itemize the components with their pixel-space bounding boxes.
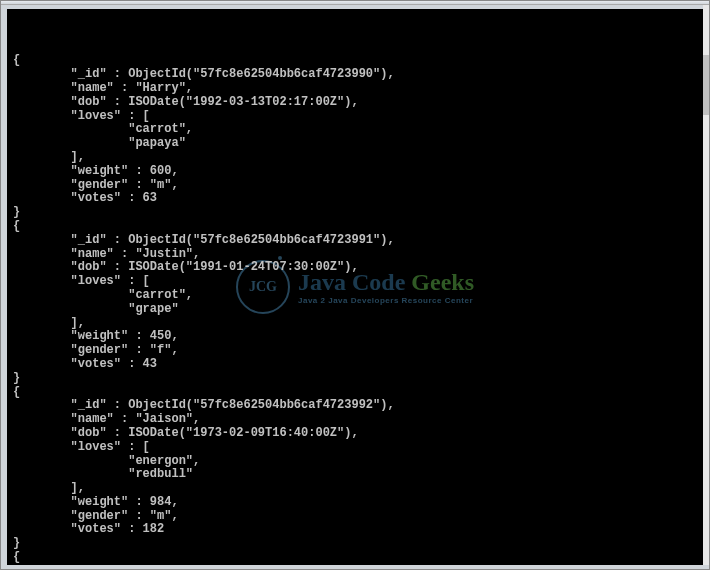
terminal-output[interactable]: JCG Java Code Geeks Java 2 Java Develope… xyxy=(7,9,703,565)
vertical-scrollbar[interactable] xyxy=(703,5,709,565)
window-title-bar xyxy=(1,1,709,5)
scrollbar-thumb[interactable] xyxy=(703,55,709,115)
terminal-content: { "_id" : ObjectId("57fc8e62504bb6caf472… xyxy=(13,54,697,565)
window-frame: JCG Java Code Geeks Java 2 Java Develope… xyxy=(0,0,710,570)
